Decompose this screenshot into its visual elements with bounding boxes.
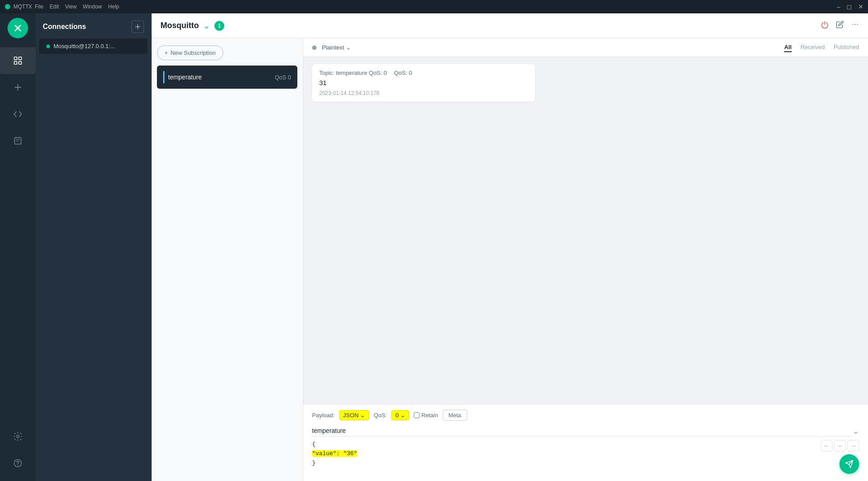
publish-toolbar: Payload: JSON ⌄ QoS: 0 ⌄ Retain xyxy=(312,410,859,421)
messages-list: Topic: temperature QoS: 0 QoS: 0 31 2023… xyxy=(303,57,868,404)
svg-rect-4 xyxy=(19,62,21,64)
plus-icon: + xyxy=(165,49,168,56)
publish-pane: Payload: JSON ⌄ QoS: 0 ⌄ Retain xyxy=(303,404,868,481)
chevron-down-icon[interactable]: ⌄ xyxy=(203,21,210,31)
tab-received[interactable]: Received xyxy=(801,43,825,52)
sub-color-indicator xyxy=(163,71,165,83)
subscription-qos: QoS 0 xyxy=(275,74,291,81)
qos-label: QoS: 0 xyxy=(394,70,412,76)
sidebar-item-new[interactable] xyxy=(0,74,36,101)
code-icon xyxy=(13,109,23,119)
power-icon[interactable] xyxy=(821,21,829,31)
help-icon xyxy=(13,458,23,468)
tab-published[interactable]: Published xyxy=(834,43,859,52)
format-dot xyxy=(312,45,317,50)
send-button[interactable] xyxy=(839,454,859,474)
qos-label: QoS: xyxy=(374,412,387,419)
new-subscription-label: New Subscription xyxy=(171,49,216,56)
json-line-3: } xyxy=(312,459,859,468)
json-line-1: { xyxy=(312,440,859,449)
svg-point-8 xyxy=(852,24,853,25)
filter-bar: Plaintext ⌄ All Received Published xyxy=(303,38,868,57)
close-button[interactable]: ✕ xyxy=(858,3,864,10)
minimize-button[interactable]: – xyxy=(837,3,840,10)
connections-title: Connections xyxy=(43,23,86,31)
subscription-pane: + New Subscription temperature QoS 0 xyxy=(152,38,303,481)
plus-icon xyxy=(13,82,23,92)
plaintext-dropdown[interactable]: Plaintext ⌄ xyxy=(322,44,351,51)
publish-history: ← − → xyxy=(821,440,859,452)
messages-pane: Plaintext ⌄ All Received Published Topic… xyxy=(303,38,868,481)
titlebar: MQTTX File Edit View Window Help – ◻ ✕ xyxy=(0,0,868,13)
restore-button[interactable]: ◻ xyxy=(847,3,852,10)
x-icon xyxy=(12,23,23,33)
qos-dropdown[interactable]: 0 ⌄ xyxy=(391,410,409,420)
connection-item-mosquitto[interactable]: Mosquitto@127.0.0.1:... xyxy=(39,38,148,54)
tab-all[interactable]: All xyxy=(784,43,792,52)
message-timestamp: 2023-01-14 12:54:10:178 xyxy=(319,90,528,96)
svg-point-0 xyxy=(5,4,10,9)
subscription-item-temperature[interactable]: temperature QoS 0 xyxy=(157,66,297,89)
app-logo[interactable] xyxy=(8,18,28,38)
connection-status-dot xyxy=(46,45,50,48)
connections-icon xyxy=(13,56,23,66)
menu-file[interactable]: File xyxy=(35,4,43,10)
app-icon xyxy=(4,4,11,10)
message-card: Topic: temperature QoS: 0 QoS: 0 31 2023… xyxy=(312,64,535,102)
svg-point-9 xyxy=(855,24,856,25)
payload-format-dropdown[interactable]: JSON ⌄ xyxy=(339,410,370,420)
retain-input[interactable] xyxy=(414,412,420,418)
collapse-icon[interactable]: ⌄ xyxy=(852,426,859,436)
svg-rect-1 xyxy=(14,57,17,60)
menu-edit[interactable]: Edit xyxy=(49,4,59,10)
new-subscription-button[interactable]: + New Subscription xyxy=(157,45,223,60)
message-badge: 1 xyxy=(214,21,224,31)
connection-title: Mosquitto xyxy=(160,21,199,30)
retain-checkbox[interactable]: Retain xyxy=(414,412,438,419)
publish-topic-row: ⌄ xyxy=(312,425,859,436)
sidebar-item-help[interactable] xyxy=(0,450,36,477)
filter-tabs: All Received Published xyxy=(784,43,859,52)
app-title: MQTTX xyxy=(13,4,32,10)
payload-code[interactable]: { "value": "36" } xyxy=(312,440,859,468)
sidebar-item-connections[interactable] xyxy=(0,47,36,74)
history-minus-button[interactable]: − xyxy=(834,440,846,452)
add-icon xyxy=(135,24,141,30)
sidebar-item-logs[interactable] xyxy=(0,127,36,154)
send-icon xyxy=(845,460,854,469)
chevron-down-icon: ⌄ xyxy=(400,412,405,419)
menu-view[interactable]: View xyxy=(65,4,77,10)
menu-window[interactable]: Window xyxy=(83,4,102,10)
svg-rect-5 xyxy=(15,138,21,144)
svg-rect-2 xyxy=(19,57,21,60)
subscription-name: temperature xyxy=(168,74,202,81)
chevron-down-icon: ⌄ xyxy=(346,44,351,51)
history-forward-button[interactable]: → xyxy=(847,440,859,452)
sidebar-item-scripts[interactable] xyxy=(0,101,36,127)
topic-label: Topic: temperature QoS: 0 xyxy=(319,70,387,76)
message-body: 31 xyxy=(319,79,528,86)
more-icon[interactable] xyxy=(851,21,859,31)
plaintext-label: Plaintext xyxy=(322,44,344,51)
menu-help[interactable]: Help xyxy=(108,4,119,10)
content-area: Mosquitto ⌄ 1 xyxy=(152,13,868,481)
sidebar-item-settings[interactable] xyxy=(0,423,36,450)
logs-icon xyxy=(13,136,23,146)
edit-icon[interactable] xyxy=(836,21,844,31)
svg-rect-3 xyxy=(14,62,17,64)
topic-input[interactable] xyxy=(312,425,852,436)
payload-editor: ← − → { "value": "36" } xyxy=(312,440,859,476)
history-back-button[interactable]: ← xyxy=(821,440,832,452)
payload-label: Payload: xyxy=(312,412,335,419)
icon-sidebar xyxy=(0,13,36,481)
menu-bar: File Edit View Window Help xyxy=(35,4,119,10)
svg-point-6 xyxy=(16,435,19,438)
settings-icon xyxy=(13,432,23,441)
add-connection-button[interactable] xyxy=(132,21,144,33)
json-line-2: "value": "36" xyxy=(312,449,859,459)
split-area: + New Subscription temperature QoS 0 xyxy=(152,38,868,481)
topbar: Mosquitto ⌄ 1 xyxy=(152,13,868,38)
connections-panel: Connections Mosquitto@127.0.0.1:... xyxy=(36,13,152,481)
svg-point-10 xyxy=(857,24,858,25)
meta-button[interactable]: Meta xyxy=(443,410,467,421)
